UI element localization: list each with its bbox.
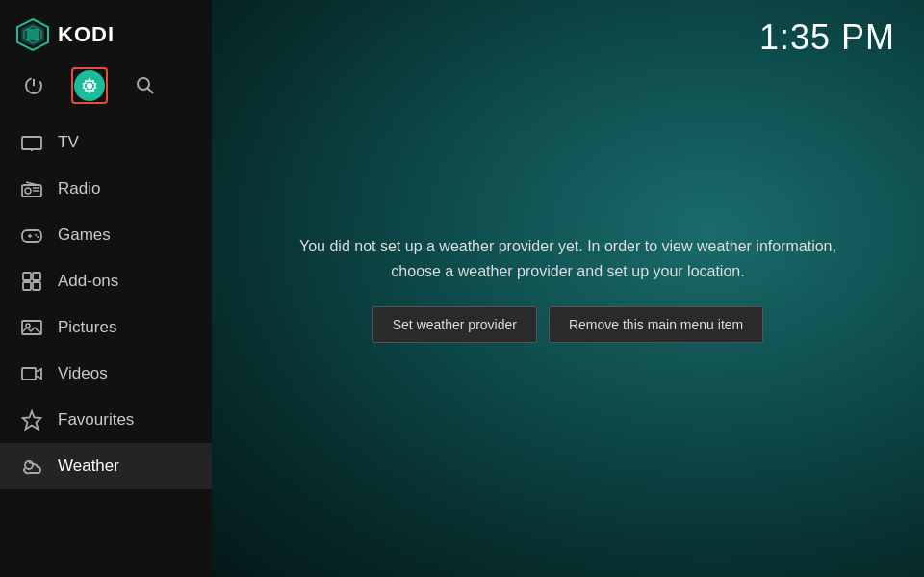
set-weather-provider-button[interactable]: Set weather provider xyxy=(372,306,537,343)
sidebar: KODI xyxy=(0,0,212,577)
sidebar-item-games[interactable]: Games xyxy=(0,212,212,258)
gear-icon xyxy=(81,77,98,94)
weather-message: You did not set up a weather provider ye… xyxy=(298,234,837,283)
weather-icon xyxy=(19,454,44,479)
svg-rect-23 xyxy=(33,273,40,280)
remove-menu-item-button[interactable]: Remove this main menu item xyxy=(549,306,763,343)
main-content: 1:35 PM You did not set up a weather pro… xyxy=(212,0,924,577)
kodi-logo-icon xyxy=(15,17,50,52)
sidebar-item-radio[interactable]: Radio xyxy=(0,166,212,212)
app-title: KODI xyxy=(58,22,115,47)
svg-line-8 xyxy=(148,89,154,94)
svg-rect-9 xyxy=(22,137,41,149)
games-icon xyxy=(19,223,44,248)
favourites-icon xyxy=(19,407,44,433)
svg-rect-24 xyxy=(23,282,31,290)
tv-icon xyxy=(19,130,44,155)
sidebar-item-videos-label: Videos xyxy=(58,364,108,383)
sidebar-item-weather-label: Weather xyxy=(58,457,119,476)
settings-button[interactable] xyxy=(71,67,108,104)
sidebar-item-tv-label: TV xyxy=(58,133,79,152)
search-button[interactable] xyxy=(127,67,164,104)
app-header: KODI xyxy=(0,0,212,64)
search-icon xyxy=(135,75,156,96)
weather-panel: You did not set up a weather provider ye… xyxy=(212,0,924,577)
svg-rect-25 xyxy=(33,282,40,290)
power-icon xyxy=(23,75,44,96)
svg-rect-22 xyxy=(23,273,31,280)
sidebar-item-favourites-label: Favourites xyxy=(58,410,134,430)
svg-marker-2 xyxy=(27,29,38,40)
sidebar-item-pictures[interactable]: Pictures xyxy=(0,304,212,351)
svg-point-13 xyxy=(25,188,31,194)
sidebar-icon-row xyxy=(0,64,212,119)
weather-buttons-row: Set weather provider Remove this main me… xyxy=(372,306,763,343)
sidebar-item-weather[interactable]: Weather xyxy=(0,443,212,489)
radio-icon xyxy=(19,176,44,201)
svg-marker-29 xyxy=(23,411,41,430)
time-display: 1:35 PM xyxy=(759,17,895,58)
pictures-icon xyxy=(19,315,44,340)
svg-point-20 xyxy=(35,234,37,236)
sidebar-item-pictures-label: Pictures xyxy=(58,318,116,337)
settings-circle xyxy=(74,70,105,101)
sidebar-item-favourites[interactable]: Favourites xyxy=(0,397,212,443)
nav-menu: TV Radio xyxy=(0,119,212,577)
svg-point-6 xyxy=(87,83,92,89)
svg-point-21 xyxy=(37,236,38,238)
sidebar-item-games-label: Games xyxy=(58,225,111,245)
videos-icon xyxy=(19,361,44,386)
svg-rect-28 xyxy=(22,368,36,380)
sidebar-item-radio-label: Radio xyxy=(58,179,100,198)
svg-point-7 xyxy=(138,78,149,90)
sidebar-item-addons[interactable]: Add-ons xyxy=(0,258,212,304)
power-button[interactable] xyxy=(15,67,52,104)
addons-icon xyxy=(19,269,44,294)
sidebar-item-addons-label: Add-ons xyxy=(58,272,118,291)
sidebar-item-tv[interactable]: TV xyxy=(0,119,212,166)
sidebar-item-videos[interactable]: Videos xyxy=(0,351,212,397)
